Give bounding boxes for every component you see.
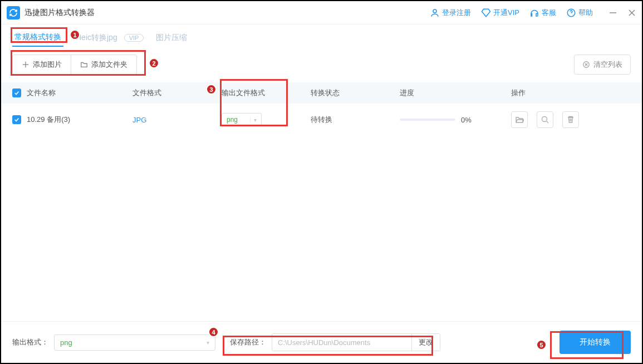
table-header: 文件名称 文件格式 输出文件格式 转换状态 进度 操作 — [1, 82, 642, 104]
trash-icon — [566, 115, 575, 124]
add-image-label: 添加图片 — [33, 60, 62, 70]
login-label: 登录注册 — [442, 8, 471, 18]
check-icon — [14, 90, 19, 96]
table-row: 10.29 备用(3) JPG png ▾ 待转换 0% — [1, 104, 642, 136]
tab-compress[interactable]: 图片压缩 — [154, 29, 189, 46]
row-checkbox[interactable] — [12, 115, 21, 124]
search-icon — [541, 115, 549, 124]
clear-list-button[interactable]: 清空列表 — [574, 55, 631, 75]
vip-link[interactable]: 开通VIP — [481, 8, 519, 18]
help-link[interactable]: 帮助 — [566, 8, 593, 18]
row-progress: 0% — [400, 116, 511, 124]
row-actions — [511, 111, 579, 128]
header-progress: 进度 — [400, 88, 511, 98]
row-progress-text: 0% — [461, 116, 472, 124]
window-controls — [608, 8, 636, 17]
output-format-label: 输出格式： — [12, 337, 48, 347]
progress-bar — [400, 119, 455, 121]
output-format-value: png — [60, 338, 72, 347]
chevron-down-icon: ▾ — [207, 340, 209, 346]
app-title: 迅捷图片格式转换器 — [24, 8, 430, 18]
add-image-button[interactable]: 添加图片 — [12, 55, 71, 75]
plus-icon — [22, 61, 30, 68]
save-path-label: 保存路径： — [230, 337, 266, 347]
user-icon — [430, 8, 440, 18]
support-label: 客服 — [542, 8, 556, 18]
output-format-select[interactable]: png ▾ — [54, 335, 215, 351]
save-path-input[interactable] — [272, 335, 411, 350]
svg-line-11 — [547, 121, 548, 123]
add-folder-label: 添加文件夹 — [91, 60, 127, 70]
header-status: 转换状态 — [311, 88, 400, 98]
login-link[interactable]: 登录注册 — [430, 8, 471, 18]
folder-open-icon — [515, 115, 524, 124]
svg-point-0 — [433, 9, 436, 13]
clear-icon — [582, 61, 590, 68]
diamond-icon — [481, 8, 491, 18]
row-output-format-select[interactable]: png ▾ — [222, 113, 262, 126]
open-folder-button[interactable] — [511, 111, 528, 128]
footer: 输出格式： png ▾ 保存路径： 更改 开始转换 — [1, 321, 642, 363]
change-path-button[interactable]: 更改 — [411, 334, 440, 351]
row-filename: 10.29 备用(3) — [27, 115, 132, 125]
minimize-button[interactable] — [608, 8, 617, 17]
header-name: 文件名称 — [27, 88, 132, 98]
row-output-format-value: png — [227, 116, 238, 124]
preview-button[interactable] — [537, 111, 553, 128]
add-folder-button[interactable]: 添加文件夹 — [71, 55, 137, 75]
select-all-checkbox[interactable] — [12, 88, 21, 97]
row-status: 待转换 — [311, 115, 400, 125]
vip-badge: VIP — [124, 34, 144, 42]
clear-list-label: 清空列表 — [593, 60, 622, 70]
app-logo-icon — [7, 6, 20, 19]
save-path-group: 更改 — [272, 333, 440, 351]
folder-icon — [80, 61, 88, 68]
row-format: JPG — [132, 116, 222, 124]
help-icon — [566, 8, 576, 18]
titlebar-right: 登录注册 开通VIP 客服 帮助 — [430, 8, 636, 18]
support-link[interactable]: 客服 — [529, 8, 556, 18]
add-button-group: 添加图片 添加文件夹 — [12, 55, 137, 75]
header-actions: 操作 — [511, 88, 631, 98]
chevron-down-icon: ▾ — [250, 117, 257, 123]
close-button[interactable] — [627, 8, 636, 17]
tab-bar: 常规格式转换 Heic转换jpg VIP 图片压缩 — [1, 24, 642, 47]
tab-heic-convert[interactable]: Heic转换jpg — [73, 29, 120, 46]
header-format: 文件格式 — [132, 88, 222, 98]
headset-icon — [529, 8, 539, 18]
titlebar: 迅捷图片格式转换器 登录注册 开通VIP 客服 帮助 — [1, 1, 642, 24]
svg-point-10 — [542, 117, 547, 122]
help-label: 帮助 — [578, 8, 593, 18]
delete-button[interactable] — [562, 111, 579, 128]
vip-label: 开通VIP — [493, 8, 519, 18]
tab-normal-convert[interactable]: 常规格式转换 — [12, 29, 63, 47]
toolbar: 添加图片 添加文件夹 清空列表 — [1, 47, 642, 82]
start-convert-button[interactable]: 开始转换 — [559, 331, 631, 354]
header-output-format: 输出文件格式 — [222, 88, 311, 98]
check-icon — [14, 117, 19, 122]
